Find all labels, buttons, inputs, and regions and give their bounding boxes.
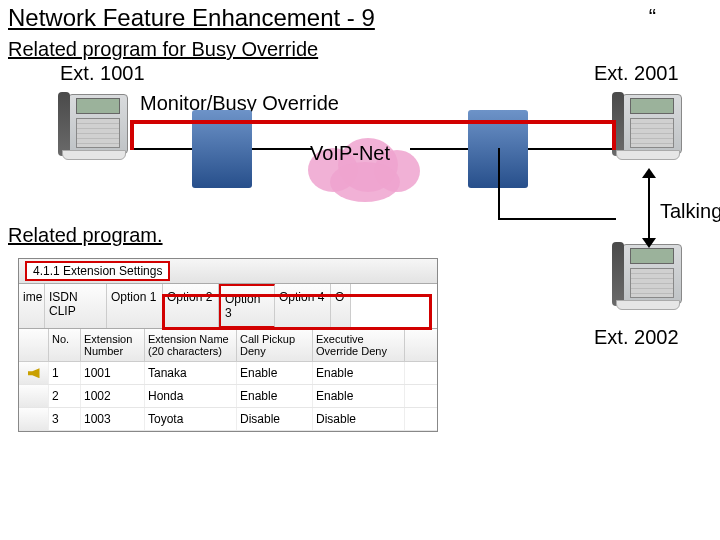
tab-extension-settings[interactable]: 4.1.1 Extension Settings [25, 261, 170, 281]
option-tabs-row: ime ISDN CLIP Option 1 Option 2 Option 3… [19, 284, 437, 329]
table-header: No. Extension Number Extension Name (20 … [19, 329, 437, 362]
phone-icon-2001 [612, 90, 686, 168]
cell-no: 3 [49, 408, 81, 430]
settings-panel: 4.1.1 Extension Settings ime ISDN CLIP O… [18, 258, 438, 432]
tab-option-more[interactable]: O [331, 284, 351, 328]
tab-option-1[interactable]: Option 1 [107, 284, 163, 328]
subtitle: Related program for Busy Override [8, 38, 318, 61]
table-row[interactable]: 2 1002 Honda Enable Enable [19, 385, 437, 408]
connector-line [410, 148, 468, 150]
cell-ext: 1002 [81, 385, 145, 407]
tab-option-4[interactable]: Option 4 [275, 284, 331, 328]
col-no: No. [49, 329, 81, 361]
cell-pickup: Enable [237, 385, 313, 407]
table-row[interactable]: 1 1001 Tanaka Enable Enable [19, 362, 437, 385]
cell-ext: 1001 [81, 362, 145, 384]
col-selector [19, 329, 49, 361]
cell-override: Enable [313, 385, 405, 407]
col-pickup-deny: Call Pickup Deny [237, 329, 313, 361]
cell-name: Honda [145, 385, 237, 407]
table-row[interactable]: 3 1003 Toyota Disable Disable [19, 408, 437, 431]
col-ime: ime [19, 284, 45, 328]
tab-option-3[interactable]: Option 3 [219, 284, 275, 328]
cell-pickup: Disable [237, 408, 313, 430]
label-ext-2002: Ext. 2002 [594, 326, 679, 349]
label-talking: Talking [660, 200, 720, 223]
label-ext-1001: Ext. 1001 [60, 62, 145, 85]
label-ext-2001: Ext. 2001 [594, 62, 679, 85]
tab-option-2[interactable]: Option 2 [163, 284, 219, 328]
col-override-deny: Executive Override Deny [313, 329, 405, 361]
col-ext-name: Extension Name (20 characters) [145, 329, 237, 361]
phone-icon-1001 [58, 90, 132, 168]
override-path-line [612, 120, 616, 150]
tab-isdn-clip[interactable]: ISDN CLIP [45, 284, 107, 328]
override-path-line [130, 120, 134, 150]
arrow-down-icon [642, 238, 656, 248]
cell-ext: 1003 [81, 408, 145, 430]
arrow-up-icon [642, 168, 656, 178]
connector-line [252, 148, 312, 150]
connector-line [130, 148, 192, 150]
phone-icon-2002 [612, 240, 686, 318]
cell-name: Toyota [145, 408, 237, 430]
connector-line [528, 148, 614, 150]
cell-no: 2 [49, 385, 81, 407]
cell-pickup: Enable [237, 362, 313, 384]
cell-override: Disable [313, 408, 405, 430]
settings-tabbar: 4.1.1 Extension Settings [19, 259, 437, 284]
page-title: Network Feature Enhancement - 9 [8, 4, 375, 32]
label-voip-net: VoIP-Net [310, 142, 390, 165]
quote-mark: “ [649, 4, 656, 30]
cell-override: Enable [313, 362, 405, 384]
cell-name: Tanaka [145, 362, 237, 384]
talking-line [648, 172, 650, 242]
cell-no: 1 [49, 362, 81, 384]
label-related-program: Related program. [8, 224, 163, 247]
override-path-line [130, 120, 616, 124]
connector-line [498, 218, 616, 220]
col-ext-number: Extension Number [81, 329, 145, 361]
connector-line [498, 148, 500, 220]
speaker-icon [28, 368, 40, 378]
